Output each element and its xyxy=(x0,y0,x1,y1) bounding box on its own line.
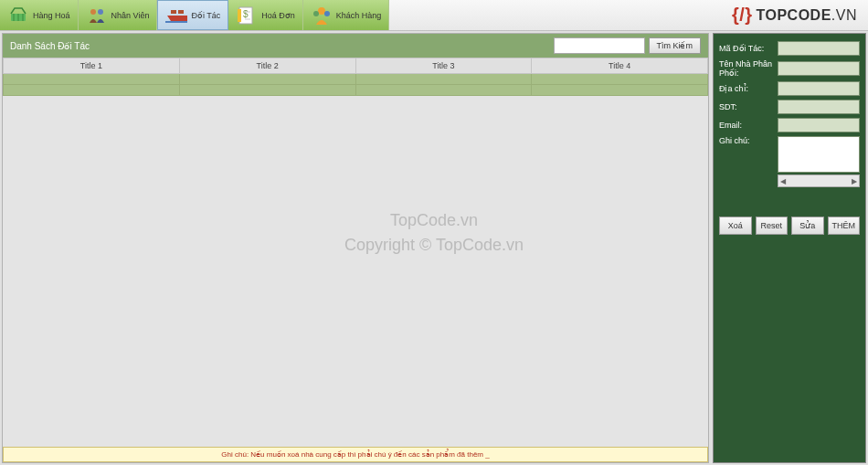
label-sdt: SDT: xyxy=(719,102,774,111)
svg-rect-7 xyxy=(178,10,184,14)
table-row[interactable] xyxy=(4,85,708,96)
tab-doi-tac[interactable]: Đối Tác xyxy=(157,0,228,30)
svg-point-4 xyxy=(90,9,96,15)
form-panel: Mã Đối Tác: Tên Nhà Phân Phối: Địa chỉ: … xyxy=(713,33,866,463)
logo-text: TOPCODE xyxy=(757,7,831,24)
customer-icon xyxy=(311,5,333,26)
tab-label: Khách Hàng xyxy=(336,11,382,20)
col-header[interactable]: Title 4 xyxy=(532,58,708,74)
ship-icon xyxy=(165,5,187,26)
data-table: Title 1 Title 2 Title 3 Title 4 xyxy=(3,58,708,96)
svg-point-15 xyxy=(313,11,319,16)
tab-label: Đối Tác xyxy=(191,11,220,20)
tab-hang-hoa[interactable]: Hàng Hoá xyxy=(0,0,79,30)
table-row[interactable] xyxy=(4,74,708,85)
tab-label: Hàng Hoá xyxy=(33,11,70,20)
col-header[interactable]: Title 2 xyxy=(179,58,355,74)
logo: {/} TOPCODE .VN xyxy=(721,0,868,30)
tab-hoa-don[interactable]: $ Hoá Đơn xyxy=(228,0,303,30)
svg-text:$: $ xyxy=(243,9,249,19)
button-row: Xoá Reset Sửa THÊM xyxy=(719,217,860,235)
reset-button[interactable]: Reset xyxy=(756,217,789,235)
toolbar: Hàng Hoá Nhân Viên Đối Tác $ Hoá Đơn Khá… xyxy=(0,0,868,31)
basket-icon xyxy=(7,5,29,26)
label-ten: Tên Nhà Phân Phối: xyxy=(719,59,774,78)
label-email: Email: xyxy=(719,121,774,130)
search-input[interactable] xyxy=(554,37,645,54)
input-email[interactable] xyxy=(778,118,860,132)
tab-khach-hang[interactable]: Khách Hàng xyxy=(303,0,390,30)
logo-bracket-icon: {/} xyxy=(732,5,753,26)
logo-suffix: .VN xyxy=(831,7,857,24)
list-panel: Danh Sách Đối Tác Tìm Kiếm Title 1 Title… xyxy=(2,33,709,463)
table-area[interactable]: Title 1 Title 2 Title 3 Title 4 xyxy=(3,58,708,447)
svg-point-14 xyxy=(318,7,325,15)
col-header[interactable]: Title 3 xyxy=(355,58,532,74)
input-ten-nha-phan-phoi[interactable] xyxy=(778,61,860,76)
invoice-icon: $ xyxy=(236,5,258,26)
svg-rect-10 xyxy=(238,9,241,22)
input-sdt[interactable] xyxy=(778,100,860,114)
tab-nhan-vien[interactable]: Nhân Viên xyxy=(79,0,158,30)
delete-button[interactable]: Xoá xyxy=(719,217,752,235)
footer-note: Ghi chú: Nếu muốn xoá nhà cung cấp thì p… xyxy=(3,447,708,462)
search-button[interactable]: Tìm Kiếm xyxy=(649,37,702,54)
svg-rect-6 xyxy=(171,10,176,14)
panel-title: Danh Sách Đối Tác xyxy=(10,41,554,51)
svg-rect-8 xyxy=(165,21,187,23)
add-button[interactable]: THÊM xyxy=(828,217,861,235)
panel-header: Danh Sách Đối Tác Tìm Kiếm xyxy=(3,34,708,58)
tab-label: Hoá Đơn xyxy=(261,11,295,20)
tab-label: Nhân Viên xyxy=(111,11,150,20)
input-ghi-chu[interactable] xyxy=(778,136,860,173)
people-icon xyxy=(86,5,108,26)
input-ma-doi-tac[interactable] xyxy=(778,41,860,56)
input-dia-chi[interactable] xyxy=(778,81,860,96)
textarea-scrollbar[interactable]: ◀▶ xyxy=(778,174,860,187)
col-header[interactable]: Title 1 xyxy=(4,58,180,74)
svg-point-5 xyxy=(98,9,103,15)
label-ma: Mã Đối Tác: xyxy=(719,44,774,53)
label-diachi: Địa chỉ: xyxy=(719,84,774,93)
edit-button[interactable]: Sửa xyxy=(791,217,824,235)
svg-point-16 xyxy=(324,11,330,16)
label-ghichu: Ghi chú: xyxy=(719,136,774,145)
